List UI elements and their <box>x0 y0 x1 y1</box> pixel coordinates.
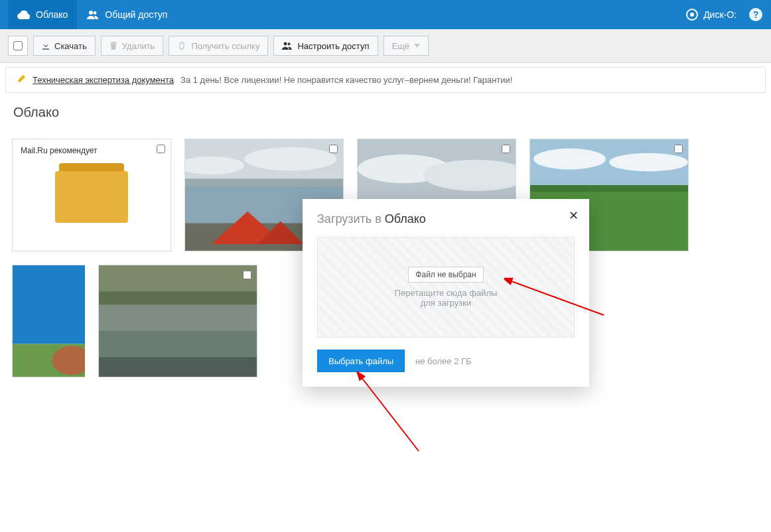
pen-icon <box>17 74 26 86</box>
svg-point-0 <box>89 11 93 15</box>
topbar: Облако Общий доступ Диск-О: ? <box>0 0 771 29</box>
svg-rect-24 <box>530 185 688 192</box>
select-all-checkbox[interactable] <box>8 36 28 56</box>
people-icon <box>86 10 100 19</box>
size-limit-hint: не более 2 ГБ <box>415 356 471 366</box>
tile-folder-recommended[interactable]: Mail.Ru рекомендует <box>12 139 171 251</box>
tile-photo-4[interactable] <box>12 265 85 377</box>
tile-checkbox[interactable] <box>502 145 510 153</box>
svg-rect-32 <box>99 357 257 377</box>
get-link-button[interactable]: Получить ссылку <box>169 36 268 56</box>
tile-folder-title: Mail.Ru рекомендует <box>21 146 163 155</box>
thumbnail-image <box>99 265 257 377</box>
tab-cloud-label: Облако <box>36 9 68 20</box>
configure-access-label: Настроить доступ <box>297 42 369 50</box>
svg-line-34 <box>361 377 419 451</box>
svg-point-21 <box>533 149 606 170</box>
modal-close-button[interactable]: ✕ <box>569 208 579 223</box>
link-icon <box>177 42 186 50</box>
svg-text:?: ? <box>753 9 759 20</box>
tile-checkbox[interactable] <box>329 145 338 153</box>
delete-label: Удалить <box>122 42 155 50</box>
tab-shared[interactable]: Общий доступ <box>77 0 176 29</box>
trash-icon <box>109 42 117 50</box>
disk-o-icon <box>686 9 698 21</box>
dropzone-text: Перетащите сюда файлы для загрузки <box>395 288 498 308</box>
file-status-badge: Файл не выбран <box>408 267 483 283</box>
folder-icon <box>55 163 128 223</box>
promo-link[interactable]: Техническая экспертиза документа <box>33 75 174 85</box>
tile-checkbox[interactable] <box>243 271 251 279</box>
promo-text: За 1 день! Все лицензии! Не понравится к… <box>180 75 512 85</box>
svg-point-1 <box>94 11 97 15</box>
svg-point-22 <box>609 153 688 172</box>
people-small-icon <box>282 42 293 50</box>
tile-photo-5[interactable] <box>98 265 257 377</box>
delete-button[interactable]: Удалить <box>101 36 164 56</box>
upload-modal: ✕ Загрузить в Облако Файл не выбран Пере… <box>303 199 589 387</box>
download-label: Скачать <box>54 42 87 50</box>
tab-shared-label: Общий доступ <box>105 9 167 20</box>
thumbnail-image <box>13 265 85 377</box>
tile-checkbox[interactable] <box>157 145 165 153</box>
download-icon <box>42 42 50 50</box>
svg-point-3 <box>690 13 694 17</box>
modal-title: Загрузить в Облако <box>317 212 575 226</box>
disk-o-link[interactable]: Диск-О: <box>682 9 740 21</box>
download-button[interactable]: Скачать <box>33 36 96 56</box>
help-icon[interactable]: ? <box>748 7 763 22</box>
modal-title-prefix: Загрузить в <box>317 212 385 226</box>
tab-cloud[interactable]: Облако <box>8 0 77 29</box>
cloud-icon <box>17 10 31 19</box>
tile-checkbox[interactable] <box>674 145 683 153</box>
select-files-button[interactable]: Выбрать файлы <box>317 350 405 372</box>
chevron-down-icon <box>414 44 420 48</box>
svg-rect-25 <box>13 265 85 344</box>
configure-access-button[interactable]: Настроить доступ <box>273 36 378 56</box>
svg-point-15 <box>244 147 336 171</box>
more-button[interactable]: Ещё <box>384 36 429 56</box>
toolbar: Скачать Удалить Получить ссылку Настроит… <box>0 29 771 63</box>
svg-point-7 <box>288 42 291 45</box>
breadcrumb-title: Облако <box>0 93 771 131</box>
disk-o-label: Диск-О: <box>703 9 736 20</box>
modal-title-target: Облако <box>385 212 426 226</box>
promo-banner: Техническая экспертиза документа За 1 де… <box>5 67 766 93</box>
svg-rect-31 <box>99 304 257 331</box>
more-label: Ещё <box>392 42 410 50</box>
get-link-label: Получить ссылку <box>191 42 259 50</box>
dropzone[interactable]: Файл не выбран Перетащите сюда файлы для… <box>317 237 575 338</box>
svg-point-6 <box>284 42 287 46</box>
